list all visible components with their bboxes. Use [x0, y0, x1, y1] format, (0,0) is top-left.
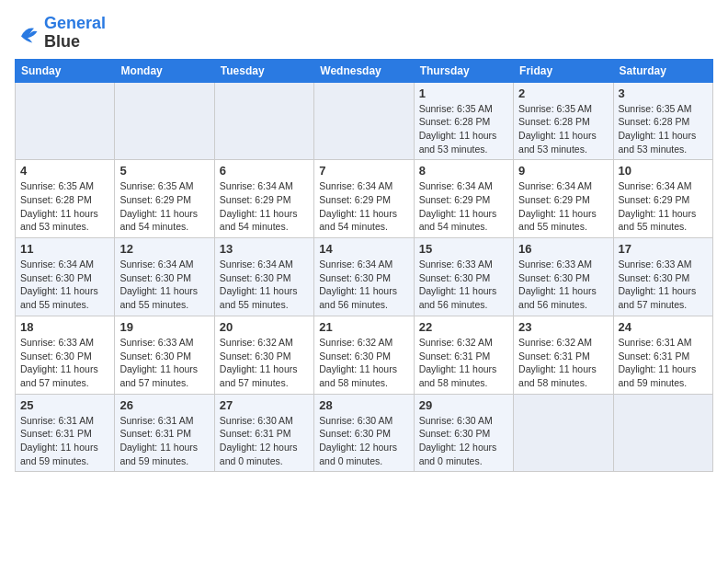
day-number: 11: [20, 242, 109, 256]
day-info: Sunrise: 6:34 AM Sunset: 6:29 PM Dayligh…: [419, 179, 508, 234]
day-number: 15: [419, 242, 508, 256]
column-header-saturday: Saturday: [613, 59, 712, 82]
calendar-cell: 2Sunrise: 6:35 AM Sunset: 6:28 PM Daylig…: [514, 82, 613, 160]
calendar-cell: 14Sunrise: 6:34 AM Sunset: 6:30 PM Dayli…: [314, 238, 414, 316]
day-number: 26: [119, 398, 209, 412]
calendar-week-row: 11Sunrise: 6:34 AM Sunset: 6:30 PM Dayli…: [16, 238, 713, 316]
calendar-cell: 8Sunrise: 6:34 AM Sunset: 6:29 PM Daylig…: [414, 160, 513, 238]
day-number: 12: [119, 242, 209, 256]
day-number: 17: [619, 242, 708, 256]
day-number: 10: [619, 164, 708, 178]
calendar-header-row: SundayMondayTuesdayWednesdayThursdayFrid…: [16, 59, 713, 82]
calendar-table: SundayMondayTuesdayWednesdayThursdayFrid…: [15, 59, 713, 473]
logo-text: GeneralBlue: [44, 15, 106, 52]
day-number: 27: [220, 398, 309, 412]
day-number: 21: [319, 320, 408, 334]
calendar-cell: 21Sunrise: 6:32 AM Sunset: 6:30 PM Dayli…: [314, 316, 414, 394]
day-info: Sunrise: 6:35 AM Sunset: 6:28 PM Dayligh…: [619, 102, 708, 156]
day-info: Sunrise: 6:34 AM Sunset: 6:29 PM Dayligh…: [220, 179, 309, 234]
calendar-week-row: 18Sunrise: 6:33 AM Sunset: 6:30 PM Dayli…: [16, 316, 713, 394]
day-number: 6: [220, 164, 309, 178]
day-info: Sunrise: 6:35 AM Sunset: 6:28 PM Dayligh…: [518, 102, 608, 156]
calendar-cell: 4Sunrise: 6:35 AM Sunset: 6:28 PM Daylig…: [16, 160, 115, 238]
calendar-cell: [613, 394, 712, 472]
day-info: Sunrise: 6:33 AM Sunset: 6:30 PM Dayligh…: [619, 258, 708, 312]
calendar-cell: 7Sunrise: 6:34 AM Sunset: 6:29 PM Daylig…: [314, 160, 414, 238]
logo-icon: [15, 20, 40, 46]
column-header-sunday: Sunday: [16, 59, 115, 82]
day-number: 19: [119, 320, 209, 334]
calendar-cell: 28Sunrise: 6:30 AM Sunset: 6:30 PM Dayli…: [314, 394, 414, 472]
calendar-cell: 15Sunrise: 6:33 AM Sunset: 6:30 PM Dayli…: [414, 238, 513, 316]
calendar-cell: 9Sunrise: 6:34 AM Sunset: 6:29 PM Daylig…: [514, 160, 613, 238]
day-info: Sunrise: 6:35 AM Sunset: 6:28 PM Dayligh…: [20, 179, 109, 234]
day-info: Sunrise: 6:32 AM Sunset: 6:31 PM Dayligh…: [518, 336, 608, 390]
calendar-cell: 18Sunrise: 6:33 AM Sunset: 6:30 PM Dayli…: [16, 316, 115, 394]
day-number: 1: [419, 86, 508, 100]
calendar-cell: 10Sunrise: 6:34 AM Sunset: 6:29 PM Dayli…: [613, 160, 712, 238]
day-number: 22: [419, 320, 508, 334]
day-info: Sunrise: 6:34 AM Sunset: 6:29 PM Dayligh…: [319, 179, 408, 234]
calendar-cell: 17Sunrise: 6:33 AM Sunset: 6:30 PM Dayli…: [613, 238, 712, 316]
calendar-cell: 12Sunrise: 6:34 AM Sunset: 6:30 PM Dayli…: [115, 238, 214, 316]
day-info: Sunrise: 6:33 AM Sunset: 6:30 PM Dayligh…: [20, 336, 109, 390]
day-info: Sunrise: 6:34 AM Sunset: 6:29 PM Dayligh…: [619, 179, 708, 234]
day-info: Sunrise: 6:34 AM Sunset: 6:30 PM Dayligh…: [220, 258, 309, 312]
calendar-cell: [16, 82, 115, 160]
day-number: 24: [619, 320, 708, 334]
day-info: Sunrise: 6:33 AM Sunset: 6:30 PM Dayligh…: [518, 258, 608, 312]
calendar-cell: 27Sunrise: 6:30 AM Sunset: 6:31 PM Dayli…: [214, 394, 313, 472]
calendar-cell: 6Sunrise: 6:34 AM Sunset: 6:29 PM Daylig…: [214, 160, 313, 238]
day-number: 28: [319, 398, 408, 412]
day-number: 7: [319, 164, 408, 178]
day-number: 9: [518, 164, 608, 178]
day-number: 3: [619, 86, 708, 100]
day-info: Sunrise: 6:32 AM Sunset: 6:30 PM Dayligh…: [319, 336, 408, 390]
calendar-cell: [115, 82, 214, 160]
calendar-cell: 25Sunrise: 6:31 AM Sunset: 6:31 PM Dayli…: [16, 394, 115, 472]
calendar-cell: 19Sunrise: 6:33 AM Sunset: 6:30 PM Dayli…: [115, 316, 214, 394]
day-info: Sunrise: 6:31 AM Sunset: 6:31 PM Dayligh…: [20, 414, 109, 468]
page-header: GeneralBlue: [15, 15, 713, 52]
calendar-cell: [314, 82, 414, 160]
calendar-cell: 16Sunrise: 6:33 AM Sunset: 6:30 PM Dayli…: [514, 238, 613, 316]
calendar-cell: 23Sunrise: 6:32 AM Sunset: 6:31 PM Dayli…: [514, 316, 613, 394]
calendar-cell: [214, 82, 313, 160]
day-info: Sunrise: 6:34 AM Sunset: 6:30 PM Dayligh…: [119, 258, 209, 312]
day-number: 8: [419, 164, 508, 178]
day-number: 29: [419, 398, 508, 412]
day-info: Sunrise: 6:35 AM Sunset: 6:28 PM Dayligh…: [419, 102, 508, 156]
column-header-wednesday: Wednesday: [314, 59, 414, 82]
calendar-cell: 1Sunrise: 6:35 AM Sunset: 6:28 PM Daylig…: [414, 82, 513, 160]
calendar-cell: 22Sunrise: 6:32 AM Sunset: 6:31 PM Dayli…: [414, 316, 513, 394]
day-number: 4: [20, 164, 109, 178]
calendar-cell: 11Sunrise: 6:34 AM Sunset: 6:30 PM Dayli…: [16, 238, 115, 316]
logo: GeneralBlue: [15, 15, 106, 52]
calendar-cell: 29Sunrise: 6:30 AM Sunset: 6:30 PM Dayli…: [414, 394, 513, 472]
day-number: 25: [20, 398, 109, 412]
day-info: Sunrise: 6:31 AM Sunset: 6:31 PM Dayligh…: [119, 414, 209, 468]
calendar-cell: 26Sunrise: 6:31 AM Sunset: 6:31 PM Dayli…: [115, 394, 214, 472]
day-info: Sunrise: 6:30 AM Sunset: 6:31 PM Dayligh…: [220, 414, 309, 468]
calendar-cell: 20Sunrise: 6:32 AM Sunset: 6:30 PM Dayli…: [214, 316, 313, 394]
day-number: 2: [518, 86, 608, 100]
day-info: Sunrise: 6:34 AM Sunset: 6:30 PM Dayligh…: [20, 258, 109, 312]
day-info: Sunrise: 6:31 AM Sunset: 6:31 PM Dayligh…: [619, 336, 708, 390]
day-info: Sunrise: 6:34 AM Sunset: 6:30 PM Dayligh…: [319, 258, 408, 312]
calendar-week-row: 1Sunrise: 6:35 AM Sunset: 6:28 PM Daylig…: [16, 82, 713, 160]
day-number: 16: [518, 242, 608, 256]
day-info: Sunrise: 6:35 AM Sunset: 6:29 PM Dayligh…: [119, 179, 209, 234]
day-number: 5: [119, 164, 209, 178]
day-info: Sunrise: 6:33 AM Sunset: 6:30 PM Dayligh…: [119, 336, 209, 390]
calendar-cell: 5Sunrise: 6:35 AM Sunset: 6:29 PM Daylig…: [115, 160, 214, 238]
column-header-thursday: Thursday: [414, 59, 513, 82]
calendar-cell: [514, 394, 613, 472]
column-header-friday: Friday: [514, 59, 613, 82]
calendar-week-row: 25Sunrise: 6:31 AM Sunset: 6:31 PM Dayli…: [16, 394, 713, 472]
day-number: 14: [319, 242, 408, 256]
day-info: Sunrise: 6:32 AM Sunset: 6:30 PM Dayligh…: [220, 336, 309, 390]
day-info: Sunrise: 6:30 AM Sunset: 6:30 PM Dayligh…: [419, 414, 508, 468]
day-number: 20: [220, 320, 309, 334]
calendar-cell: 3Sunrise: 6:35 AM Sunset: 6:28 PM Daylig…: [613, 82, 712, 160]
day-info: Sunrise: 6:34 AM Sunset: 6:29 PM Dayligh…: [518, 179, 608, 234]
